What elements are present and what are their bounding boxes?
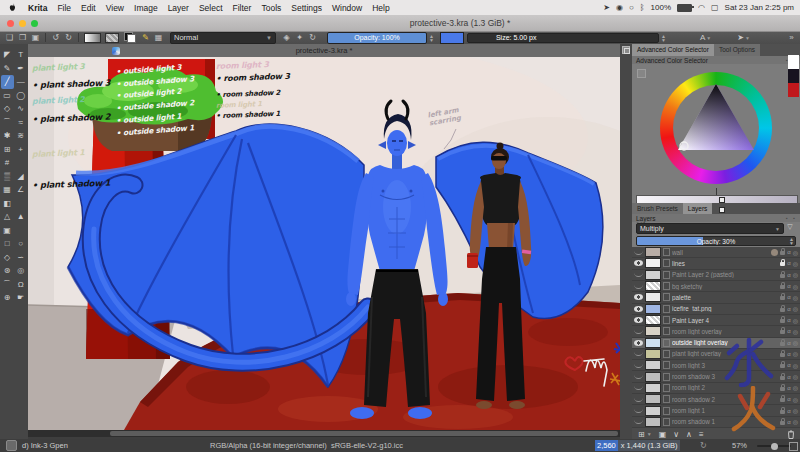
layer-alpha-icon[interactable]: α: [787, 351, 790, 357]
float-subwindow-button[interactable]: [622, 46, 630, 54]
canvas-only-button[interactable]: [789, 442, 798, 451]
brush-preset-name[interactable]: d) Ink-3 Gpen: [22, 441, 68, 450]
eraser-mode-button[interactable]: ◈: [280, 33, 293, 42]
redo-button[interactable]: ↻: [62, 33, 75, 42]
layer-visibility-toggle[interactable]: [634, 374, 643, 379]
layer-row[interactable]: plant light overlayα◎: [632, 349, 800, 360]
layer-settings-icon[interactable]: ◎: [793, 283, 798, 290]
layer-row[interactable]: Paint Layer 4α◎: [632, 315, 800, 326]
layer-settings-icon[interactable]: ◎: [793, 317, 798, 324]
layer-alpha-icon[interactable]: α: [787, 306, 790, 312]
color-swatch[interactable]: [788, 55, 799, 69]
menu-file[interactable]: File: [52, 3, 76, 13]
apple-menu-icon[interactable]: [8, 3, 17, 13]
layer-settings-icon[interactable]: ◎: [793, 362, 798, 369]
tool-calligraphy[interactable]: ✒: [14, 62, 27, 76]
new-document-button[interactable]: ❏: [3, 33, 16, 42]
layer-alpha-icon[interactable]: α: [787, 419, 790, 425]
record-icon[interactable]: ◉: [616, 3, 623, 12]
reload-preset-button[interactable]: ↻: [306, 33, 319, 42]
menu-tools[interactable]: Tools: [256, 3, 286, 13]
layer-filter-icon[interactable]: ▽: [784, 223, 796, 234]
layer-lock-icon[interactable]: [780, 342, 785, 346]
tool-color-sampler[interactable]: ◢: [14, 170, 27, 184]
saturation-value-triangle[interactable]: [660, 72, 772, 184]
layer-settings-icon[interactable]: ◎: [793, 384, 798, 391]
gradient-chooser[interactable]: [84, 33, 101, 43]
layer-settings-icon[interactable]: ◎: [793, 271, 798, 278]
tool-edit-shapes[interactable]: ✎: [1, 62, 14, 76]
canvas[interactable]: plant light 3• plant shadow 3plant light…: [28, 57, 620, 430]
layer-opacity-slider[interactable]: Opacity: 30% ▲▼: [636, 236, 796, 246]
layer-alpha-icon[interactable]: α: [787, 317, 790, 323]
layer-visibility-toggle[interactable]: [634, 272, 643, 277]
brush-preset-icon[interactable]: [6, 440, 17, 451]
zoom-slider[interactable]: [757, 445, 791, 447]
delete-layer-button[interactable]: [787, 430, 795, 439]
layer-lock-icon[interactable]: [780, 364, 785, 368]
layer-lock-icon[interactable]: [780, 376, 785, 380]
menu-image[interactable]: Image: [129, 3, 163, 13]
layer-row[interactable]: icefire_tat.pngα◎: [632, 304, 800, 315]
layer-visibility-toggle[interactable]: [634, 340, 643, 346]
display-icon[interactable]: ▢: [711, 3, 719, 12]
layer-settings-icon[interactable]: ◎: [793, 373, 798, 380]
tool-polyline[interactable]: ∿: [14, 102, 27, 116]
tool-freehand-select[interactable]: ∽: [14, 251, 27, 265]
layer-alpha-icon[interactable]: α: [787, 362, 790, 368]
move-layer-down-button[interactable]: ∨: [673, 430, 679, 439]
add-layer-button[interactable]: ⊞: [638, 430, 645, 439]
layer-lock-icon[interactable]: [780, 421, 785, 425]
document-size-chip[interactable]: 2,560 x 1,440 (1.3 GiB): [595, 440, 680, 451]
tool-ellipse-select[interactable]: ○: [14, 237, 27, 251]
tool-crop[interactable]: #: [1, 156, 14, 170]
mirror-vertical-button[interactable]: ➤▼: [737, 33, 750, 42]
foreground-background-colors[interactable]: [124, 32, 136, 43]
menu-select[interactable]: Select: [194, 3, 228, 13]
preserve-alpha-button[interactable]: ✦: [293, 33, 306, 42]
edit-brush-settings-button[interactable]: ✎: [139, 33, 152, 42]
menu-view[interactable]: View: [101, 3, 129, 13]
layer-settings-icon[interactable]: ◎: [793, 294, 798, 301]
opacity-stepper[interactable]: ▲▼: [429, 34, 434, 42]
tool-pan[interactable]: ☛: [14, 291, 27, 305]
tab-tool-options[interactable]: Tool Options: [714, 44, 760, 56]
tool-assistants[interactable]: △: [1, 210, 14, 224]
layers-header-icons[interactable]: ▪ ▪: [786, 215, 797, 221]
layer-settings-icon[interactable]: ◎: [793, 407, 798, 414]
save-document-button[interactable]: ▣: [29, 33, 42, 42]
menu-layer[interactable]: Layer: [163, 3, 194, 13]
move-layer-up-button[interactable]: ∧: [686, 430, 692, 439]
menu-window[interactable]: Window: [327, 3, 367, 13]
brush-preset-chooser-button[interactable]: ▦: [152, 33, 165, 42]
tool-polygon[interactable]: ◇: [1, 102, 14, 116]
undo-button[interactable]: ↺: [49, 33, 62, 42]
layer-visibility-toggle[interactable]: [634, 260, 643, 266]
bluetooth-icon[interactable]: ᛒ: [640, 3, 645, 12]
layer-row[interactable]: room light overlayα◎: [632, 326, 800, 337]
layer-settings-icon[interactable]: ◎: [793, 350, 798, 357]
layer-settings-icon[interactable]: ◎: [793, 328, 798, 335]
tool-freehand-brush[interactable]: ╱: [1, 75, 14, 89]
layer-alpha-icon[interactable]: α: [787, 272, 790, 278]
tool-ellipse[interactable]: ◯: [14, 89, 27, 103]
pattern-chooser[interactable]: [105, 33, 119, 43]
layer-settings-icon[interactable]: ◎: [793, 396, 798, 403]
layer-settings-icon[interactable]: ◎: [793, 260, 798, 267]
layer-alpha-icon[interactable]: α: [787, 328, 790, 334]
layer-lock-icon[interactable]: [780, 274, 785, 278]
tool-move[interactable]: +: [14, 143, 27, 157]
value-handle[interactable]: [719, 197, 725, 203]
open-document-button[interactable]: ❒: [16, 33, 29, 42]
layer-visibility-toggle[interactable]: [634, 294, 643, 300]
tool-bezier-select[interactable]: ⌒: [1, 278, 14, 292]
layer-visibility-toggle[interactable]: [634, 408, 643, 413]
layer-visibility-toggle[interactable]: [634, 363, 643, 368]
layer-alpha-icon[interactable]: α: [787, 396, 790, 402]
layer-alpha-icon[interactable]: α: [787, 408, 790, 414]
zoom-slider-handle[interactable]: [771, 443, 778, 450]
layer-visibility-toggle[interactable]: [634, 250, 643, 255]
tool-assistants-edit[interactable]: ▲: [14, 210, 27, 224]
layer-lock-icon[interactable]: [780, 319, 785, 323]
saturation-handle[interactable]: [719, 207, 725, 213]
